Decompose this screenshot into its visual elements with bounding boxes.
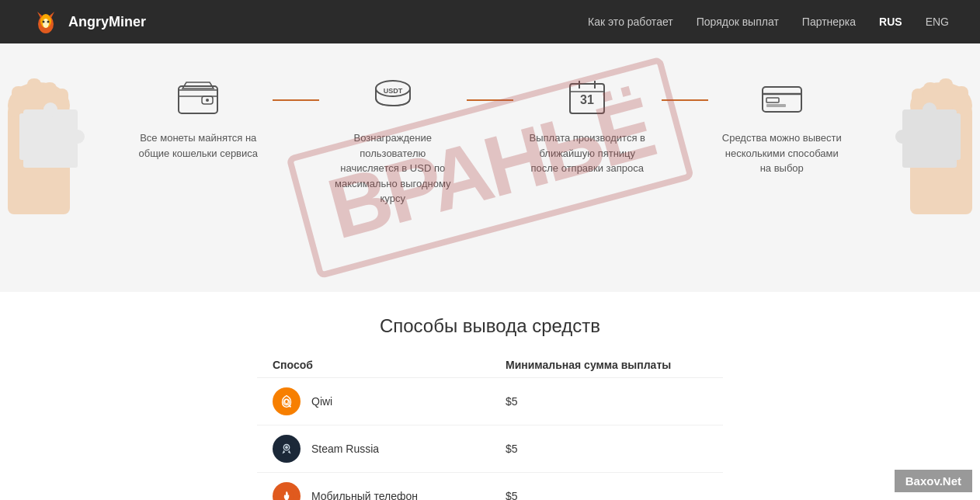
step-3-text: Выплата производится в ближайшую пятницу… [525,130,649,176]
withdrawal-title: Способы вывода средств [31,315,949,337]
hero-steps: Все монеты майнятся на общие кошельки се… [0,75,980,207]
qiwi-icon: Q [273,387,301,415]
right-hand [871,43,980,261]
usdt-icon: USDT [370,75,416,121]
nav-how-it-works[interactable]: Как это работает [588,16,673,28]
steam-name: Steam Russia [311,443,379,455]
nav-partner[interactable]: Партнерка [802,16,856,28]
col-method-header: Способ [273,359,506,371]
svg-point-25 [923,102,937,116]
connector-3 [662,75,708,101]
nav-lang-eng[interactable]: ENG [926,16,949,28]
table-row-steam: Steam Russia $5 [257,425,723,473]
svg-point-5 [43,21,45,23]
calendar-icon: 31 [564,75,610,121]
svg-rect-42 [766,98,779,102]
steam-icon [273,435,301,463]
method-info-mobile: Мобильный телефон [273,482,506,500]
svg-text:31: 31 [580,93,594,106]
withdrawal-section: Способы вывода средств Способ Минимальна… [0,292,980,500]
table-row-qiwi: Q Qiwi $5 [257,378,723,425]
wallet-icon [175,75,221,121]
svg-rect-27 [953,113,961,160]
step-1: Все монеты майнятся на общие кошельки се… [124,75,273,161]
svg-point-32 [206,99,209,102]
qiwi-name: Qiwi [311,395,332,408]
steam-amount: $5 [506,443,518,455]
mobile-amount: $5 [506,490,518,500]
logo-area: AngryMiner [31,7,146,36]
svg-point-26 [895,130,909,144]
mobile-name: Мобильный телефон [311,490,418,500]
nav-payout-order[interactable]: Порядок выплат [697,16,779,28]
step-2-text: Вознаграждение пользователю начисляется … [331,130,455,207]
baxov-badge: Baxov.Net [895,470,972,492]
mobile-icon [273,482,301,500]
card-icon [759,75,805,121]
step-3: 31 Выплата производится в ближайшую пятн… [513,75,662,176]
connector-line-3 [662,99,708,101]
svg-rect-10 [27,78,41,113]
table-row-mobile: Мобильный телефон $5 [257,473,723,500]
svg-rect-13 [23,109,78,164]
connector-1 [273,75,319,101]
svg-rect-30 [179,90,217,96]
method-info-qiwi: Q Qiwi [273,387,506,415]
method-info-steam: Steam Russia [273,435,506,463]
svg-rect-28 [902,160,957,168]
nav-links: Как это работает Порядок выплат Партнерк… [588,16,949,28]
table-header: Способ Минимальная сумма выплаты [257,352,723,378]
withdrawal-table: Способ Минимальная сумма выплаты Q Qiwi … [257,352,723,500]
header: AngryMiner Как это работает Порядок выпл… [0,0,980,43]
svg-rect-21 [939,78,953,113]
svg-rect-24 [902,109,957,164]
step-4: Средства можно вывести несколькими спосо… [708,75,857,176]
svg-point-2 [43,19,49,28]
step-1-text: Все монеты майнятся на общие кошельки се… [136,130,260,161]
logo-text: AngryMiner [68,14,146,30]
step-2: USDT Вознаграждение пользователю начисля… [319,75,467,207]
svg-text:USDT: USDT [384,87,403,95]
col-min-header: Минимальная сумма выплаты [506,359,707,371]
left-hand [0,43,109,261]
svg-text:Q: Q [284,398,290,405]
svg-rect-16 [19,113,27,160]
svg-rect-17 [23,160,78,168]
svg-point-14 [43,102,57,116]
hero-section: Все монеты майнятся на общие кошельки се… [0,43,980,292]
step-4-text: Средства можно вывести несколькими спосо… [720,130,844,176]
svg-point-15 [71,130,85,144]
connector-2 [467,75,513,101]
svg-rect-40 [763,87,801,112]
logo-icon [31,7,61,36]
connector-line-1 [273,99,319,101]
nav-lang-rus[interactable]: RUS [879,16,902,28]
connector-line-2 [467,99,513,101]
svg-rect-43 [766,104,786,107]
svg-point-6 [47,21,50,23]
svg-point-50 [285,446,288,449]
qiwi-amount: $5 [506,395,518,408]
